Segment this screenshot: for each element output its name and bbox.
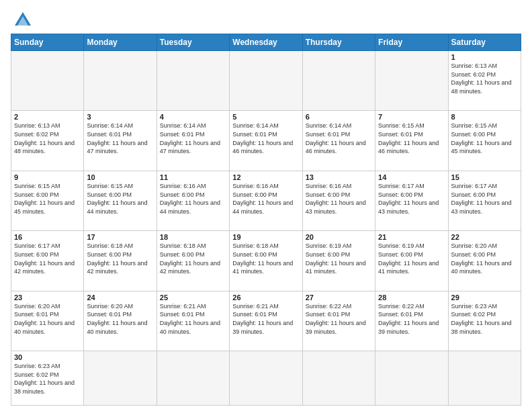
calendar-week-row: 23Sunrise: 6:20 AM Sunset: 6:01 PM Dayli… — [11, 291, 521, 351]
calendar-cell — [84, 351, 157, 406]
day-number: 11 — [160, 173, 226, 181]
day-info: Sunrise: 6:13 AM Sunset: 6:02 PM Dayligh… — [14, 122, 81, 155]
day-number: 26 — [232, 293, 299, 302]
day-number: 24 — [87, 293, 153, 302]
day-info: Sunrise: 6:16 AM Sunset: 6:00 PM Dayligh… — [160, 182, 226, 216]
calendar-cell — [11, 51, 84, 111]
calendar-cell — [230, 351, 302, 406]
calendar-cell: 8Sunrise: 6:15 AM Sunset: 6:00 PM Daylig… — [448, 111, 521, 171]
day-number: 10 — [87, 173, 153, 181]
calendar-cell — [157, 51, 229, 111]
day-info: Sunrise: 6:15 AM Sunset: 6:00 PM Dayligh… — [14, 182, 81, 216]
calendar-cell: 1Sunrise: 6:13 AM Sunset: 6:02 PM Daylig… — [448, 51, 521, 111]
day-info: Sunrise: 6:22 AM Sunset: 6:01 PM Dayligh… — [378, 302, 445, 336]
day-info: Sunrise: 6:20 AM Sunset: 6:01 PM Dayligh… — [14, 302, 81, 336]
calendar-cell: 3Sunrise: 6:14 AM Sunset: 6:01 PM Daylig… — [84, 111, 157, 171]
day-info: Sunrise: 6:14 AM Sunset: 6:01 PM Dayligh… — [232, 122, 299, 155]
calendar-cell: 26Sunrise: 6:21 AM Sunset: 6:01 PM Dayli… — [230, 291, 302, 351]
day-number: 12 — [232, 173, 299, 181]
day-number: 13 — [306, 173, 372, 181]
day-info: Sunrise: 6:15 AM Sunset: 6:00 PM Dayligh… — [451, 122, 518, 155]
calendar-cell: 22Sunrise: 6:20 AM Sunset: 6:00 PM Dayli… — [448, 231, 521, 291]
day-number: 7 — [378, 113, 445, 121]
calendar-cell — [375, 51, 448, 111]
day-info: Sunrise: 6:20 AM Sunset: 6:01 PM Dayligh… — [87, 302, 153, 336]
calendar-cell: 11Sunrise: 6:16 AM Sunset: 6:00 PM Dayli… — [157, 171, 229, 230]
day-info: Sunrise: 6:16 AM Sunset: 6:00 PM Dayligh… — [232, 182, 299, 216]
day-info: Sunrise: 6:21 AM Sunset: 6:01 PM Dayligh… — [160, 302, 226, 336]
col-header-sunday: Sunday — [11, 34, 84, 51]
day-number: 18 — [160, 233, 226, 241]
calendar-cell: 29Sunrise: 6:23 AM Sunset: 6:02 PM Dayli… — [448, 291, 521, 351]
day-number: 8 — [451, 113, 518, 121]
calendar-cell — [84, 51, 157, 111]
calendar-cell: 24Sunrise: 6:20 AM Sunset: 6:01 PM Dayli… — [84, 291, 157, 351]
calendar-cell — [157, 351, 229, 406]
day-number: 15 — [451, 173, 518, 181]
page: SundayMondayTuesdayWednesdayThursdayFrid… — [0, 0, 532, 411]
day-number: 17 — [87, 233, 153, 241]
col-header-tuesday: Tuesday — [157, 34, 229, 51]
day-number: 29 — [451, 293, 518, 302]
calendar-cell: 12Sunrise: 6:16 AM Sunset: 6:00 PM Dayli… — [230, 171, 302, 230]
calendar-cell: 18Sunrise: 6:18 AM Sunset: 6:00 PM Dayli… — [157, 231, 229, 291]
day-number: 5 — [232, 113, 299, 121]
calendar-cell: 15Sunrise: 6:17 AM Sunset: 6:00 PM Dayli… — [448, 171, 521, 230]
day-number: 4 — [160, 113, 226, 121]
calendar-cell: 27Sunrise: 6:22 AM Sunset: 6:01 PM Dayli… — [302, 291, 375, 351]
logo — [11, 11, 32, 30]
day-info: Sunrise: 6:17 AM Sunset: 6:00 PM Dayligh… — [378, 182, 445, 216]
day-info: Sunrise: 6:17 AM Sunset: 6:00 PM Dayligh… — [14, 242, 81, 275]
day-info: Sunrise: 6:15 AM Sunset: 6:01 PM Dayligh… — [378, 122, 445, 155]
day-info: Sunrise: 6:23 AM Sunset: 6:02 PM Dayligh… — [451, 302, 518, 336]
col-header-saturday: Saturday — [448, 34, 521, 51]
calendar-week-row: 2Sunrise: 6:13 AM Sunset: 6:02 PM Daylig… — [11, 111, 521, 171]
day-number: 30 — [14, 353, 81, 361]
calendar-table: SundayMondayTuesdayWednesdayThursdayFrid… — [11, 34, 521, 406]
calendar-week-row: 9Sunrise: 6:15 AM Sunset: 6:00 PM Daylig… — [11, 171, 521, 230]
calendar-week-row: 30Sunrise: 6:23 AM Sunset: 6:02 PM Dayli… — [11, 351, 521, 406]
calendar-cell — [302, 351, 375, 406]
calendar-cell: 28Sunrise: 6:22 AM Sunset: 6:01 PM Dayli… — [375, 291, 448, 351]
col-header-monday: Monday — [84, 34, 157, 51]
calendar-cell: 14Sunrise: 6:17 AM Sunset: 6:00 PM Dayli… — [375, 171, 448, 230]
calendar-cell: 19Sunrise: 6:18 AM Sunset: 6:00 PM Dayli… — [230, 231, 302, 291]
calendar-cell: 17Sunrise: 6:18 AM Sunset: 6:00 PM Dayli… — [84, 231, 157, 291]
calendar-header-row: SundayMondayTuesdayWednesdayThursdayFrid… — [11, 34, 521, 51]
calendar-cell: 7Sunrise: 6:15 AM Sunset: 6:01 PM Daylig… — [375, 111, 448, 171]
day-info: Sunrise: 6:14 AM Sunset: 6:01 PM Dayligh… — [87, 122, 153, 155]
calendar-cell: 5Sunrise: 6:14 AM Sunset: 6:01 PM Daylig… — [230, 111, 302, 171]
col-header-thursday: Thursday — [302, 34, 375, 51]
calendar-cell: 10Sunrise: 6:15 AM Sunset: 6:00 PM Dayli… — [84, 171, 157, 230]
day-info: Sunrise: 6:19 AM Sunset: 6:00 PM Dayligh… — [378, 242, 445, 275]
calendar-cell — [448, 351, 521, 406]
day-number: 21 — [378, 233, 445, 241]
day-info: Sunrise: 6:21 AM Sunset: 6:01 PM Dayligh… — [232, 302, 299, 336]
day-number: 19 — [232, 233, 299, 241]
day-number: 3 — [87, 113, 153, 121]
day-info: Sunrise: 6:18 AM Sunset: 6:00 PM Dayligh… — [160, 242, 226, 275]
day-info: Sunrise: 6:23 AM Sunset: 6:02 PM Dayligh… — [14, 362, 81, 396]
day-info: Sunrise: 6:14 AM Sunset: 6:01 PM Dayligh… — [306, 122, 372, 155]
calendar-cell — [375, 351, 448, 406]
day-info: Sunrise: 6:16 AM Sunset: 6:00 PM Dayligh… — [306, 182, 372, 216]
calendar-cell: 13Sunrise: 6:16 AM Sunset: 6:00 PM Dayli… — [302, 171, 375, 230]
day-info: Sunrise: 6:14 AM Sunset: 6:01 PM Dayligh… — [160, 122, 226, 155]
day-number: 2 — [14, 113, 81, 121]
day-number: 1 — [451, 53, 518, 61]
calendar-cell: 20Sunrise: 6:19 AM Sunset: 6:00 PM Dayli… — [302, 231, 375, 291]
day-number: 23 — [14, 293, 81, 302]
header — [11, 8, 521, 30]
calendar-cell: 21Sunrise: 6:19 AM Sunset: 6:00 PM Dayli… — [375, 231, 448, 291]
calendar-cell: 30Sunrise: 6:23 AM Sunset: 6:02 PM Dayli… — [11, 351, 84, 406]
day-info: Sunrise: 6:13 AM Sunset: 6:02 PM Dayligh… — [451, 62, 518, 95]
col-header-friday: Friday — [375, 34, 448, 51]
calendar-cell: 16Sunrise: 6:17 AM Sunset: 6:00 PM Dayli… — [11, 231, 84, 291]
calendar-cell: 9Sunrise: 6:15 AM Sunset: 6:00 PM Daylig… — [11, 171, 84, 230]
day-number: 22 — [451, 233, 518, 241]
calendar-week-row: 1Sunrise: 6:13 AM Sunset: 6:02 PM Daylig… — [11, 51, 521, 111]
day-info: Sunrise: 6:19 AM Sunset: 6:00 PM Dayligh… — [306, 242, 372, 275]
calendar-cell: 4Sunrise: 6:14 AM Sunset: 6:01 PM Daylig… — [157, 111, 229, 171]
calendar-cell: 25Sunrise: 6:21 AM Sunset: 6:01 PM Dayli… — [157, 291, 229, 351]
day-info: Sunrise: 6:22 AM Sunset: 6:01 PM Dayligh… — [306, 302, 372, 336]
